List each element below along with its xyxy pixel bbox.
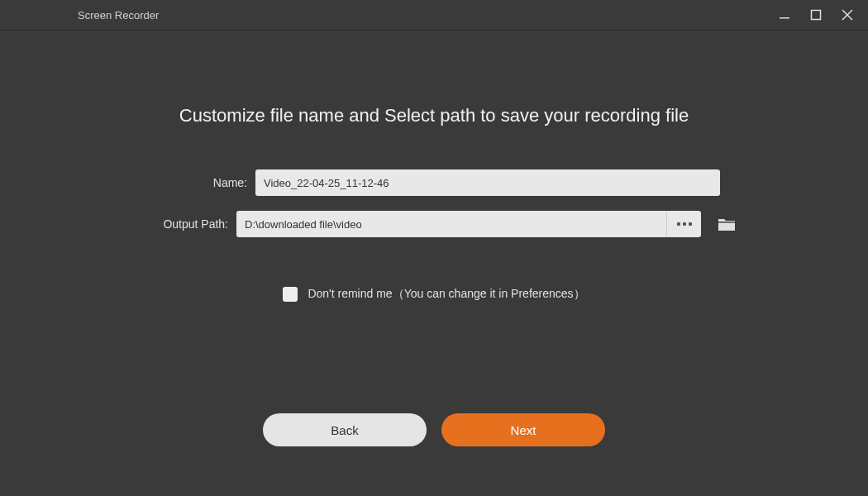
nav-buttons: Back Next bbox=[263, 413, 605, 446]
name-row: Name: bbox=[148, 169, 720, 196]
next-button[interactable]: Next bbox=[441, 413, 605, 446]
dont-remind-checkbox[interactable] bbox=[283, 287, 298, 302]
name-input[interactable] bbox=[255, 169, 720, 196]
ellipsis-dot bbox=[677, 222, 680, 226]
ellipsis-dot bbox=[689, 222, 692, 226]
path-input-wrapper bbox=[236, 211, 701, 237]
open-folder-button[interactable] bbox=[714, 213, 739, 235]
svg-rect-0 bbox=[780, 17, 789, 19]
close-button[interactable] bbox=[838, 6, 856, 24]
maximize-icon bbox=[810, 9, 822, 21]
minimize-button[interactable] bbox=[775, 6, 794, 24]
path-row-inner bbox=[236, 211, 701, 237]
dont-remind-label: Don't remind me（You can change it in Pre… bbox=[308, 287, 584, 302]
content-area: Customize file name and Select path to s… bbox=[0, 31, 868, 446]
browse-button[interactable] bbox=[666, 211, 701, 237]
folder-icon bbox=[717, 216, 737, 232]
app-title: Screen Recorder bbox=[78, 9, 159, 21]
titlebar-left: Screen Recorder bbox=[20, 9, 159, 21]
output-path-input[interactable] bbox=[236, 211, 666, 237]
page-heading: Customize file name and Select path to s… bbox=[179, 105, 689, 126]
back-button[interactable]: Back bbox=[263, 413, 427, 446]
maximize-button[interactable] bbox=[807, 6, 825, 24]
svg-rect-1 bbox=[812, 11, 821, 20]
name-label: Name: bbox=[148, 176, 247, 189]
dont-remind-row: Don't remind me（You can change it in Pre… bbox=[283, 287, 584, 302]
close-icon bbox=[841, 8, 854, 21]
minimize-icon bbox=[779, 9, 790, 21]
svg-rect-4 bbox=[718, 222, 735, 223]
window-controls bbox=[775, 6, 856, 24]
ellipsis-dot bbox=[683, 222, 686, 226]
titlebar: Screen Recorder bbox=[0, 0, 868, 30]
output-path-row: Output Path: bbox=[129, 211, 739, 237]
output-path-label: Output Path: bbox=[129, 217, 228, 231]
